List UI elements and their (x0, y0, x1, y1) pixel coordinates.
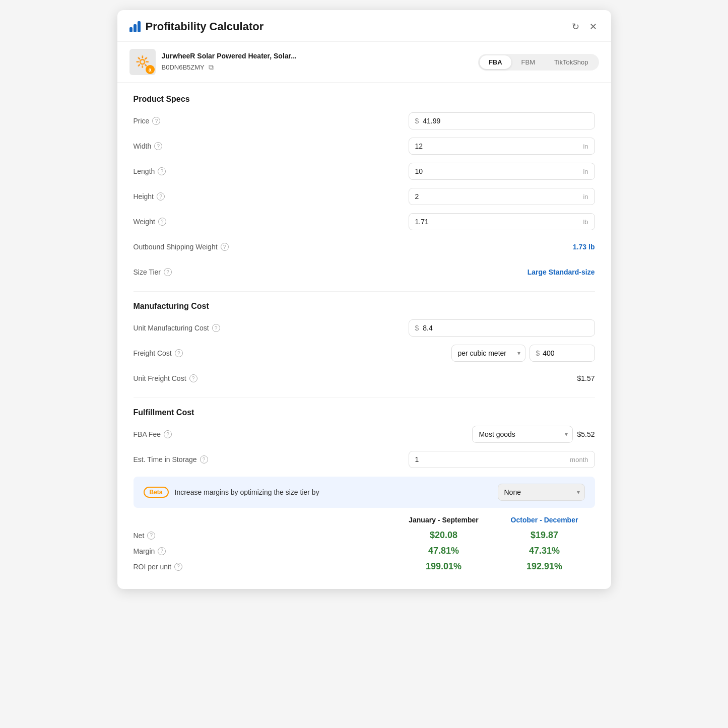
beta-bar: Beta Increase margins by optimizing the … (134, 477, 595, 508)
fba-fee-select[interactable]: Most goods Apparel Dangerous goods (472, 426, 573, 443)
height-input-wrap: in (409, 188, 595, 205)
freight-dollar: $ (536, 349, 540, 357)
length-label: Length ? (134, 167, 295, 175)
roi-label: ROI per unit ? (134, 563, 393, 571)
copy-asin-button[interactable]: ⧉ (208, 62, 215, 73)
roi-values: 199.01% 192.91% (393, 561, 595, 572)
margin-oct-dec: 47.31% (494, 546, 595, 556)
fba-fee-value: Most goods Apparel Dangerous goods ▾ $5.… (295, 426, 595, 443)
height-help-icon[interactable]: ? (157, 192, 165, 201)
margin-help-icon[interactable]: ? (158, 547, 166, 555)
price-help-icon[interactable]: ? (152, 117, 160, 125)
price-value: $ (295, 112, 595, 129)
size-tier-help-icon[interactable]: ? (164, 268, 172, 276)
price-input[interactable] (423, 117, 588, 125)
size-tier-row: Size Tier ? Large Standard-size (134, 263, 595, 281)
unit-cost-label: Unit Manufacturing Cost ? (134, 324, 295, 332)
unit-freight-help-icon[interactable]: ? (189, 374, 197, 382)
weight-input[interactable] (415, 218, 579, 226)
size-tier-label: Size Tier ? (134, 268, 295, 276)
outbound-row: Outbound Shipping Weight ? 1.73 lb (134, 238, 595, 256)
weight-input-wrap: lb (409, 213, 595, 230)
roi-help-icon[interactable]: ? (174, 563, 182, 571)
storage-unit: month (570, 456, 588, 464)
divider-1 (134, 291, 595, 292)
unit-cost-help-icon[interactable]: ? (212, 324, 220, 332)
length-input-wrap: in (409, 163, 595, 180)
width-unit: in (583, 143, 588, 150)
weight-label: Weight ? (134, 218, 295, 226)
freight-amount-input[interactable] (543, 349, 578, 357)
unit-cost-value: $ (295, 319, 595, 337)
results-section: January - September October - December N… (134, 516, 595, 572)
storage-help-icon[interactable]: ? (200, 455, 208, 464)
freight-type-select[interactable]: per cubic meter per unit flat rate (451, 345, 525, 362)
length-row: Length ? in (134, 162, 595, 180)
product-info: 🔆 a JurwheeR Solar Powered Heater, Solar… (129, 49, 297, 75)
tab-fba[interactable]: FBA (480, 55, 511, 69)
divider-2 (134, 398, 595, 398)
unit-cost-input[interactable] (423, 324, 588, 332)
net-label: Net ? (134, 532, 393, 540)
title-actions: ↻ ✕ (570, 19, 599, 34)
unit-freight-label: Unit Freight Cost ? (134, 374, 295, 382)
weight-row: Weight ? lb (134, 213, 595, 231)
col2-header: October - December (494, 516, 595, 524)
fba-fee-label: FBA Fee ? (134, 430, 295, 438)
width-label: Width ? (134, 142, 295, 150)
beta-text: Increase margins by optimizing the size … (175, 488, 319, 496)
length-unit: in (583, 168, 588, 175)
height-row: Height ? in (134, 187, 595, 206)
storage-input-wrap: month (409, 451, 595, 468)
storage-label: Est. Time in Storage ? (134, 455, 295, 464)
outbound-value: 1.73 lb (295, 243, 595, 251)
net-values: $20.08 $19.87 (393, 530, 595, 541)
length-help-icon[interactable]: ? (158, 167, 166, 175)
refresh-button[interactable]: ↻ (570, 19, 581, 34)
product-bar: 🔆 a JurwheeR Solar Powered Heater, Solar… (117, 42, 611, 83)
price-dollar: $ (415, 117, 419, 125)
width-help-icon[interactable]: ? (154, 142, 162, 150)
product-details: JurwheeR Solar Powered Heater, Solar... … (162, 52, 297, 73)
product-name: JurwheeR Solar Powered Heater, Solar... (162, 52, 297, 60)
title-bar: Profitability Calculator ↻ ✕ (117, 10, 611, 42)
width-input[interactable] (415, 142, 579, 150)
title-left: Profitability Calculator (129, 20, 264, 33)
roi-oct-dec: 192.91% (494, 561, 595, 572)
size-tier-value: Large Standard-size (295, 268, 595, 276)
tab-fbm[interactable]: FBM (512, 55, 544, 69)
storage-row: Est. Time in Storage ? month (134, 450, 595, 469)
beta-optimize-select[interactable]: None Reduce weight Reduce dimensions (498, 484, 585, 501)
length-input[interactable] (415, 167, 579, 175)
unit-freight-val: $1.57 (577, 374, 594, 382)
product-thumbnail: 🔆 a (129, 49, 156, 75)
price-input-wrap: $ (409, 112, 595, 129)
freight-cost-label: Freight Cost ? (134, 349, 295, 357)
net-row: Net ? $20.08 $19.87 (134, 530, 595, 541)
fulfillment-cost-title: Fulfillment Cost (134, 408, 595, 417)
asin-value: B0DN6B5ZMY (162, 63, 205, 71)
fba-fee-val: $5.52 (577, 430, 594, 438)
width-input-wrap: in (409, 138, 595, 155)
tab-tiktokshop[interactable]: TikTokShop (545, 55, 597, 69)
beta-select-wrap: None Reduce weight Reduce dimensions ▾ (498, 484, 585, 501)
product-specs-title: Product Specs (134, 95, 595, 104)
height-input[interactable] (415, 192, 579, 201)
margin-jan-sep: 47.81% (393, 546, 494, 556)
unit-cost-input-wrap: $ (409, 319, 595, 337)
manufacturing-cost-title: Manufacturing Cost (134, 302, 595, 311)
length-value: in (295, 163, 595, 180)
storage-input[interactable] (415, 455, 445, 464)
height-unit: in (583, 193, 588, 201)
price-row: Price ? $ (134, 112, 595, 130)
channel-tabs: FBA FBM TikTokShop (478, 54, 599, 71)
fba-fee-help-icon[interactable]: ? (164, 430, 172, 438)
outbound-help-icon[interactable]: ? (221, 243, 229, 251)
app-window: Profitability Calculator ↻ ✕ 🔆 a Jurwhee… (117, 10, 611, 589)
freight-help-icon[interactable]: ? (175, 349, 183, 357)
outbound-label: Outbound Shipping Weight ? (134, 243, 295, 251)
close-button[interactable]: ✕ (587, 19, 599, 34)
net-help-icon[interactable]: ? (147, 532, 155, 540)
weight-help-icon[interactable]: ? (158, 218, 166, 226)
main-content: Product Specs Price ? $ Width ? (117, 83, 611, 589)
